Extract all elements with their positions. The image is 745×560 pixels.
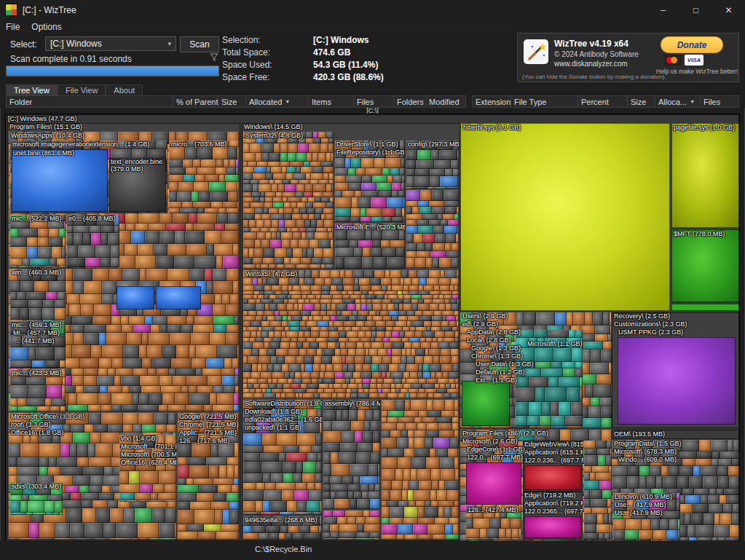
treemap-tile[interactable] xyxy=(307,349,317,356)
treemap-tile[interactable] xyxy=(186,376,208,386)
treemap-tile[interactable] xyxy=(446,316,456,321)
treemap-tile[interactable] xyxy=(344,372,353,379)
treemap-tile[interactable] xyxy=(347,331,358,338)
treemap-tile[interactable] xyxy=(299,278,304,285)
treemap-tile[interactable] xyxy=(339,331,347,338)
treemap-tile[interactable] xyxy=(264,248,275,258)
treemap-tile[interactable] xyxy=(323,499,334,509)
treemap-tile[interactable] xyxy=(385,158,401,168)
treemap-tile[interactable] xyxy=(387,393,398,398)
treemap-tile[interactable] xyxy=(711,440,728,451)
treemap-tile[interactable] xyxy=(234,405,239,411)
treemap-tile[interactable] xyxy=(91,233,101,245)
treemap-tile[interactable] xyxy=(67,226,74,233)
treemap-tile[interactable] xyxy=(243,138,256,143)
treemap-tile[interactable] xyxy=(182,202,193,208)
treemap-tile[interactable] xyxy=(339,532,357,538)
treemap-tile[interactable] xyxy=(382,524,398,535)
treemap-tile[interactable] xyxy=(258,278,263,285)
treemap-tile[interactable] xyxy=(193,202,211,208)
treemap-tile[interactable] xyxy=(506,529,512,538)
treemap-tile[interactable] xyxy=(663,476,677,489)
treemap-tile[interactable] xyxy=(679,495,685,504)
treemap-tile[interactable] xyxy=(400,168,405,176)
treemap-tile[interactable] xyxy=(170,333,191,345)
treemap-tile[interactable] xyxy=(17,292,26,300)
treemap-tile[interactable] xyxy=(279,220,285,228)
treemap-tile[interactable] xyxy=(589,430,602,441)
treemap-tile[interactable] xyxy=(452,243,459,251)
treemap-tile[interactable] xyxy=(274,364,282,372)
treemap-tile[interactable] xyxy=(451,349,459,356)
treemap-tile[interactable] xyxy=(382,230,399,240)
treemap-tile[interactable] xyxy=(378,476,380,484)
treemap-tile[interactable] xyxy=(276,349,288,356)
treemap-tile[interactable] xyxy=(548,330,569,338)
treemap-tile[interactable] xyxy=(499,529,506,538)
treemap-tile[interactable] xyxy=(593,312,603,326)
header-items[interactable]: Items xyxy=(309,95,354,108)
treemap-tile[interactable] xyxy=(209,465,219,478)
treemap-tile[interactable] xyxy=(309,490,322,501)
treemap-tile[interactable] xyxy=(288,379,293,384)
treemap-tile[interactable] xyxy=(126,500,138,502)
treemap-tile[interactable] xyxy=(250,143,261,153)
treemap-tile[interactable] xyxy=(288,153,296,162)
treemap-tile[interactable] xyxy=(52,247,62,259)
treemap-tile[interactable] xyxy=(438,507,444,518)
treemap-tile[interactable] xyxy=(398,501,409,507)
treemap-tile[interactable] xyxy=(337,285,344,291)
treemap-tile[interactable] xyxy=(178,465,189,478)
treemap-tile[interactable] xyxy=(398,524,413,535)
treemap-tile[interactable] xyxy=(243,512,261,515)
treemap-tile[interactable] xyxy=(454,411,459,417)
treemap-tile[interactable] xyxy=(448,220,459,226)
treemap-tile[interactable] xyxy=(312,167,323,173)
treemap-tile[interactable] xyxy=(117,256,135,269)
treemap-tile[interactable] xyxy=(368,464,378,476)
treemap-tile[interactable] xyxy=(323,492,331,499)
treemap-tile[interactable] xyxy=(27,237,38,247)
treemap-tile[interactable] xyxy=(348,384,358,389)
treemap-tile[interactable] xyxy=(571,402,583,416)
treemap-tile[interactable] xyxy=(427,423,438,430)
treemap-tile[interactable] xyxy=(259,356,271,364)
treemap-tile[interactable] xyxy=(221,368,235,376)
treemap-tile[interactable] xyxy=(418,226,433,234)
treemap-tile[interactable] xyxy=(594,384,611,398)
treemap-tile[interactable] xyxy=(335,176,346,183)
treemap-tile[interactable] xyxy=(584,499,591,508)
treemap-tile[interactable] xyxy=(122,405,138,411)
treemap-tile[interactable] xyxy=(584,473,590,481)
treemap-tile[interactable] xyxy=(149,224,166,231)
treemap-tile[interactable] xyxy=(282,490,294,501)
treemap-tile[interactable] xyxy=(226,269,239,281)
treemap-tile[interactable] xyxy=(264,285,272,291)
treemap-tile[interactable] xyxy=(94,425,108,433)
treemap-tile[interactable] xyxy=(406,201,418,207)
treemap-tile[interactable] xyxy=(205,208,218,213)
treemap-tile[interactable] xyxy=(712,459,719,466)
treemap-tile[interactable] xyxy=(395,469,403,481)
treemap-tile[interactable] xyxy=(584,481,599,490)
treemap-tile[interactable] xyxy=(9,443,20,457)
treemap-tile[interactable] xyxy=(588,406,601,418)
treemap-tile[interactable] xyxy=(223,510,230,524)
treemap-block[interactable]: DriverStore\ (1.1 GB)FileRepository\ (1.… xyxy=(335,141,405,222)
treemap-tile[interactable] xyxy=(261,462,283,473)
treemap-tile[interactable] xyxy=(569,330,575,338)
treemap-tile[interactable] xyxy=(92,316,111,325)
treemap-tile[interactable] xyxy=(333,510,345,517)
treemap-tile[interactable] xyxy=(370,499,380,509)
donate-button[interactable]: Donate xyxy=(661,36,723,53)
treemap-tile[interactable] xyxy=(584,441,596,449)
treemap-tile[interactable] xyxy=(213,405,234,411)
treemap-tile[interactable] xyxy=(364,270,374,278)
treemap-tile[interactable] xyxy=(198,208,205,213)
treemap-tile[interactable] xyxy=(362,176,372,183)
treemap-tile[interactable] xyxy=(406,258,415,268)
treemap-tile[interactable] xyxy=(613,519,626,530)
treemap-canvas[interactable]: [C:] Windows (47.7 GB)Program Files\ (15… xyxy=(6,114,739,541)
treemap-tile[interactable] xyxy=(92,500,108,508)
treemap-tile[interactable] xyxy=(427,268,438,269)
